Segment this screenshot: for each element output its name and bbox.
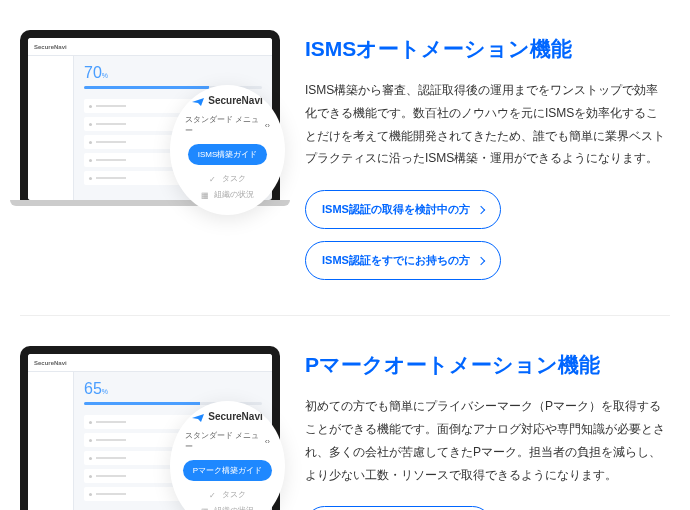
zoom-item-org: ▦組織の状況	[201, 189, 254, 200]
screen-logo: SecureNavi	[34, 360, 67, 366]
progress-bar	[84, 86, 209, 89]
feature-content: Pマークオートメーション機能 初めての方でも簡単にプライバシーマーク（Pマーク）…	[305, 346, 670, 510]
zoom-item-org: ▦組織の状況	[201, 505, 254, 510]
zoom-guide-pill: Pマーク構築ガイド	[183, 460, 272, 481]
check-icon: ✓	[209, 491, 217, 499]
chevron-right-icon	[477, 205, 485, 213]
check-icon: ✓	[209, 175, 217, 183]
paper-plane-icon	[192, 97, 204, 105]
cta-pmark-considering[interactable]: Pマークの取得を検討中の方	[305, 506, 492, 510]
zoom-item-task: ✓タスク	[209, 489, 246, 500]
feature-title: ISMSオートメーション機能	[305, 35, 670, 63]
screen-logo: SecureNavi	[34, 44, 67, 50]
mockup-isms: SecureNavi 70%	[20, 30, 280, 200]
zoom-logo: SecureNavi	[192, 95, 262, 106]
feature-desc: 初めての方でも簡単にプライバシーマーク（Pマーク）を取得することができる機能です…	[305, 395, 670, 486]
zoom-logo: SecureNavi	[192, 411, 262, 422]
cta-isms-considering[interactable]: ISMS認証の取得を検討中の方	[305, 190, 501, 229]
feature-content: ISMSオートメーション機能 ISMS構築から審査、認証取得後の運用までをワンス…	[305, 30, 670, 280]
org-icon: ▦	[201, 191, 209, 199]
zoom-menu-label: スタンダード メニュー‹›	[185, 114, 270, 136]
chevron-right-icon	[477, 256, 485, 264]
progress-bar	[84, 402, 200, 405]
feature-card-pmark: SecureNavi 65%	[0, 316, 690, 510]
feature-card-isms: SecureNavi 70%	[0, 0, 690, 315]
zoom-menu-label: スタンダード メニュー‹›	[185, 430, 270, 452]
progress-value: 70%	[84, 64, 262, 82]
feature-title: Pマークオートメーション機能	[305, 351, 670, 379]
feature-desc: ISMS構築から審査、認証取得後の運用までをワンストップで効率化できる機能です。…	[305, 79, 670, 170]
mockup-pmark: SecureNavi 65%	[20, 346, 280, 510]
progress-value: 65%	[84, 380, 262, 398]
zoom-circle: SecureNavi スタンダード メニュー‹› ISMS構築ガイド ✓タスク …	[170, 85, 285, 215]
paper-plane-icon	[192, 413, 204, 421]
cta-isms-existing[interactable]: ISMS認証をすでにお持ちの方	[305, 241, 501, 280]
zoom-guide-pill: ISMS構築ガイド	[188, 144, 268, 165]
zoom-item-task: ✓タスク	[209, 173, 246, 184]
